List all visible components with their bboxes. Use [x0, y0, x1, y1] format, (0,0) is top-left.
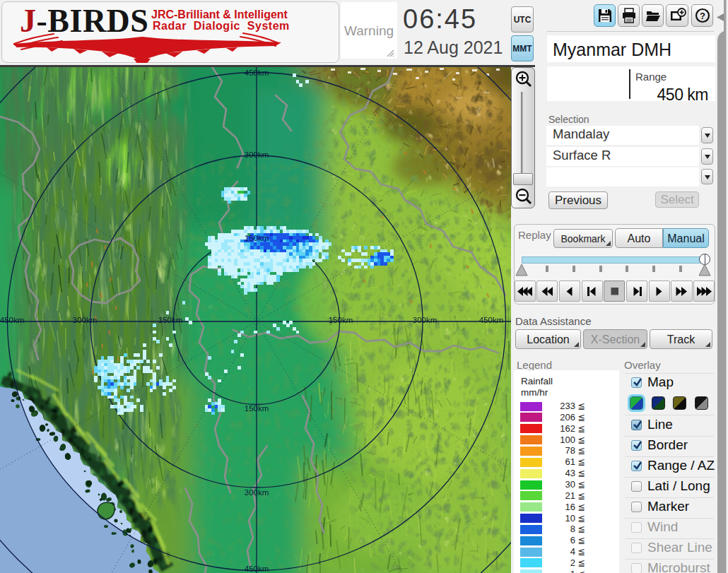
svg-text:J-BIRDS: J-BIRDS — [20, 3, 148, 39]
svg-text:150km: 150km — [245, 404, 269, 413]
svg-text:450km: 450km — [245, 565, 269, 573]
svg-text:Radar Dialogic System: Radar Dialogic System — [153, 20, 290, 32]
svg-text:300km: 300km — [73, 316, 98, 324]
svg-text:450km: 450km — [245, 69, 269, 77]
svg-text:JRC-Brilliant & Intelligent: JRC-Brilliant & Intelligent — [151, 8, 288, 20]
svg-text:300km: 300km — [245, 150, 269, 159]
svg-text:450km: 450km — [0, 316, 24, 324]
svg-text:?: ? — [700, 11, 705, 21]
svg-text:150km: 150km — [158, 316, 183, 324]
svg-text:300km: 300km — [245, 488, 269, 497]
svg-text:450km: 450km — [479, 316, 504, 324]
svg-text:300km: 300km — [413, 316, 438, 324]
svg-text:150km: 150km — [329, 316, 353, 324]
svg-text:150km: 150km — [245, 234, 269, 242]
